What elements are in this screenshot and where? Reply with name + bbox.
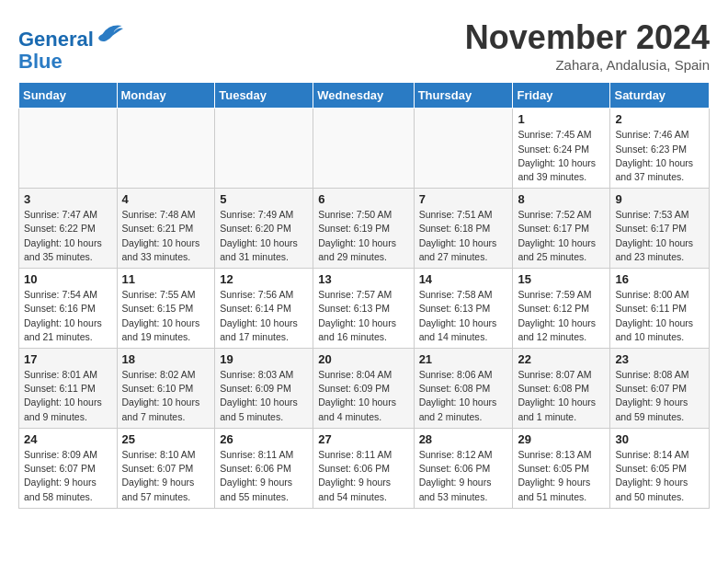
day-cell: 19Sunrise: 8:03 AM Sunset: 6:09 PM Dayli… bbox=[215, 349, 313, 429]
header-row: SundayMondayTuesdayWednesdayThursdayFrid… bbox=[19, 83, 710, 109]
day-number: 30 bbox=[615, 432, 704, 446]
day-number: 4 bbox=[122, 192, 210, 206]
header-cell-monday: Monday bbox=[117, 83, 215, 109]
day-cell: 21Sunrise: 8:06 AM Sunset: 6:08 PM Dayli… bbox=[414, 349, 513, 429]
day-number: 3 bbox=[24, 192, 112, 206]
day-info: Sunrise: 7:51 AM Sunset: 6:18 PM Dayligh… bbox=[419, 208, 508, 264]
week-row-5: 24Sunrise: 8:09 AM Sunset: 6:07 PM Dayli… bbox=[19, 428, 710, 508]
logo: General Blue bbox=[18, 18, 123, 73]
week-row-3: 10Sunrise: 7:54 AM Sunset: 6:16 PM Dayli… bbox=[19, 269, 710, 349]
title-area: November 2024 Zahara, Andalusia, Spain bbox=[465, 18, 710, 73]
day-cell bbox=[414, 109, 513, 189]
day-info: Sunrise: 8:01 AM Sunset: 6:11 PM Dayligh… bbox=[24, 368, 112, 424]
header-cell-saturday: Saturday bbox=[610, 83, 710, 109]
day-cell: 29Sunrise: 8:13 AM Sunset: 6:05 PM Dayli… bbox=[513, 428, 610, 508]
day-info: Sunrise: 7:47 AM Sunset: 6:22 PM Dayligh… bbox=[24, 208, 112, 264]
logo-text: General Blue bbox=[18, 18, 123, 73]
day-info: Sunrise: 8:14 AM Sunset: 6:05 PM Dayligh… bbox=[615, 448, 704, 504]
day-number: 27 bbox=[318, 432, 408, 446]
day-info: Sunrise: 8:13 AM Sunset: 6:05 PM Dayligh… bbox=[518, 448, 605, 504]
day-cell: 16Sunrise: 8:00 AM Sunset: 6:11 PM Dayli… bbox=[610, 269, 710, 349]
day-number: 17 bbox=[24, 352, 112, 366]
day-info: Sunrise: 8:03 AM Sunset: 6:09 PM Dayligh… bbox=[220, 368, 308, 424]
day-info: Sunrise: 7:48 AM Sunset: 6:21 PM Dayligh… bbox=[122, 208, 210, 264]
day-info: Sunrise: 7:55 AM Sunset: 6:15 PM Dayligh… bbox=[122, 288, 210, 344]
day-info: Sunrise: 7:50 AM Sunset: 6:19 PM Dayligh… bbox=[318, 208, 408, 264]
day-cell: 17Sunrise: 8:01 AM Sunset: 6:11 PM Dayli… bbox=[19, 349, 118, 429]
day-number: 23 bbox=[615, 352, 704, 366]
day-number: 18 bbox=[122, 352, 210, 366]
header-cell-friday: Friday bbox=[513, 83, 610, 109]
week-row-2: 3Sunrise: 7:47 AM Sunset: 6:22 PM Daylig… bbox=[19, 189, 710, 269]
day-number: 12 bbox=[220, 272, 308, 286]
day-cell bbox=[117, 109, 215, 189]
header-cell-tuesday: Tuesday bbox=[215, 83, 313, 109]
calendar-table: SundayMondayTuesdayWednesdayThursdayFrid… bbox=[18, 82, 710, 508]
day-cell: 28Sunrise: 8:12 AM Sunset: 6:06 PM Dayli… bbox=[414, 428, 513, 508]
day-cell: 10Sunrise: 7:54 AM Sunset: 6:16 PM Dayli… bbox=[19, 269, 118, 349]
day-cell: 3Sunrise: 7:47 AM Sunset: 6:22 PM Daylig… bbox=[19, 189, 118, 269]
day-number: 19 bbox=[220, 352, 308, 366]
day-number: 9 bbox=[615, 192, 704, 206]
week-row-4: 17Sunrise: 8:01 AM Sunset: 6:11 PM Dayli… bbox=[19, 349, 710, 429]
day-number: 28 bbox=[419, 432, 508, 446]
day-number: 8 bbox=[518, 192, 605, 206]
header-cell-sunday: Sunday bbox=[19, 83, 118, 109]
day-number: 11 bbox=[122, 272, 210, 286]
day-cell: 15Sunrise: 7:59 AM Sunset: 6:12 PM Dayli… bbox=[513, 269, 610, 349]
day-cell: 25Sunrise: 8:10 AM Sunset: 6:07 PM Dayli… bbox=[117, 428, 215, 508]
day-cell: 14Sunrise: 7:58 AM Sunset: 6:13 PM Dayli… bbox=[414, 269, 513, 349]
day-info: Sunrise: 8:00 AM Sunset: 6:11 PM Dayligh… bbox=[615, 288, 704, 344]
day-info: Sunrise: 7:52 AM Sunset: 6:17 PM Dayligh… bbox=[518, 208, 605, 264]
day-cell bbox=[19, 109, 118, 189]
day-info: Sunrise: 7:46 AM Sunset: 6:23 PM Dayligh… bbox=[615, 128, 704, 184]
header-cell-wednesday: Wednesday bbox=[313, 83, 414, 109]
day-info: Sunrise: 7:57 AM Sunset: 6:13 PM Dayligh… bbox=[318, 288, 408, 344]
day-info: Sunrise: 8:08 AM Sunset: 6:07 PM Dayligh… bbox=[615, 368, 704, 424]
day-number: 15 bbox=[518, 272, 605, 286]
day-cell: 2Sunrise: 7:46 AM Sunset: 6:23 PM Daylig… bbox=[610, 109, 710, 189]
week-row-1: 1Sunrise: 7:45 AM Sunset: 6:24 PM Daylig… bbox=[19, 109, 710, 189]
day-info: Sunrise: 7:53 AM Sunset: 6:17 PM Dayligh… bbox=[615, 208, 704, 264]
day-info: Sunrise: 8:07 AM Sunset: 6:08 PM Dayligh… bbox=[518, 368, 605, 424]
day-number: 29 bbox=[518, 432, 605, 446]
day-info: Sunrise: 7:45 AM Sunset: 6:24 PM Dayligh… bbox=[518, 128, 605, 184]
day-number: 26 bbox=[220, 432, 308, 446]
day-info: Sunrise: 7:56 AM Sunset: 6:14 PM Dayligh… bbox=[220, 288, 308, 344]
day-cell: 30Sunrise: 8:14 AM Sunset: 6:05 PM Dayli… bbox=[610, 428, 710, 508]
day-cell: 4Sunrise: 7:48 AM Sunset: 6:21 PM Daylig… bbox=[117, 189, 215, 269]
location: Zahara, Andalusia, Spain bbox=[465, 57, 710, 73]
day-cell: 6Sunrise: 7:50 AM Sunset: 6:19 PM Daylig… bbox=[313, 189, 414, 269]
day-cell: 9Sunrise: 7:53 AM Sunset: 6:17 PM Daylig… bbox=[610, 189, 710, 269]
day-info: Sunrise: 8:12 AM Sunset: 6:06 PM Dayligh… bbox=[419, 448, 508, 504]
day-info: Sunrise: 8:06 AM Sunset: 6:08 PM Dayligh… bbox=[419, 368, 508, 424]
day-number: 13 bbox=[318, 272, 408, 286]
page-header: General Blue November 2024 Zahara, Andal… bbox=[18, 18, 710, 73]
day-info: Sunrise: 7:49 AM Sunset: 6:20 PM Dayligh… bbox=[220, 208, 308, 264]
logo-line1: General bbox=[18, 28, 94, 51]
day-cell: 23Sunrise: 8:08 AM Sunset: 6:07 PM Dayli… bbox=[610, 349, 710, 429]
day-number: 22 bbox=[518, 352, 605, 366]
day-number: 5 bbox=[220, 192, 308, 206]
day-cell bbox=[313, 109, 414, 189]
calendar-header: SundayMondayTuesdayWednesdayThursdayFrid… bbox=[19, 83, 710, 109]
day-cell: 18Sunrise: 8:02 AM Sunset: 6:10 PM Dayli… bbox=[117, 349, 215, 429]
day-cell: 12Sunrise: 7:56 AM Sunset: 6:14 PM Dayli… bbox=[215, 269, 313, 349]
day-cell bbox=[215, 109, 313, 189]
day-number: 7 bbox=[419, 192, 508, 206]
header-cell-thursday: Thursday bbox=[414, 83, 513, 109]
day-number: 14 bbox=[419, 272, 508, 286]
day-info: Sunrise: 7:58 AM Sunset: 6:13 PM Dayligh… bbox=[419, 288, 508, 344]
day-info: Sunrise: 7:59 AM Sunset: 6:12 PM Dayligh… bbox=[518, 288, 605, 344]
day-cell: 8Sunrise: 7:52 AM Sunset: 6:17 PM Daylig… bbox=[513, 189, 610, 269]
day-number: 24 bbox=[24, 432, 112, 446]
day-cell: 27Sunrise: 8:11 AM Sunset: 6:06 PM Dayli… bbox=[313, 428, 414, 508]
day-number: 10 bbox=[24, 272, 112, 286]
day-number: 2 bbox=[615, 112, 704, 126]
day-cell: 24Sunrise: 8:09 AM Sunset: 6:07 PM Dayli… bbox=[19, 428, 118, 508]
logo-bird-icon bbox=[96, 18, 123, 46]
day-info: Sunrise: 8:04 AM Sunset: 6:09 PM Dayligh… bbox=[318, 368, 408, 424]
calendar-body: 1Sunrise: 7:45 AM Sunset: 6:24 PM Daylig… bbox=[19, 109, 710, 508]
day-info: Sunrise: 8:11 AM Sunset: 6:06 PM Dayligh… bbox=[220, 448, 308, 504]
day-number: 21 bbox=[419, 352, 508, 366]
